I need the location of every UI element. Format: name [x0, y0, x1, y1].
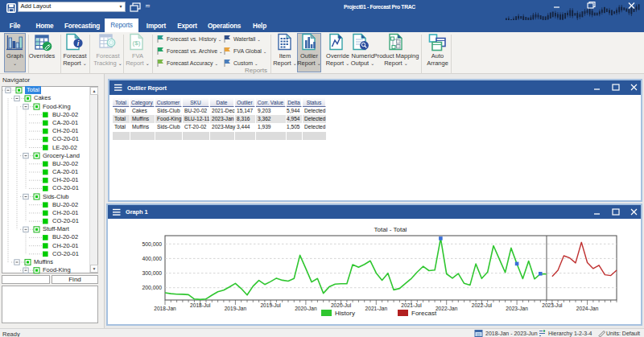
- svg-text:Forecast Accuracy ⌄: Forecast Accuracy ⌄: [167, 60, 218, 67]
- svg-text:Waterfall ⌄: Waterfall ⌄: [233, 36, 261, 42]
- svg-text:Forecast vs. History ⌄: Forecast vs. History ⌄: [167, 36, 221, 43]
- svg-text:Forecast vs. Archive ⌄: Forecast vs. Archive ⌄: [167, 48, 223, 54]
- svg-text:($): ($): [133, 39, 141, 47]
